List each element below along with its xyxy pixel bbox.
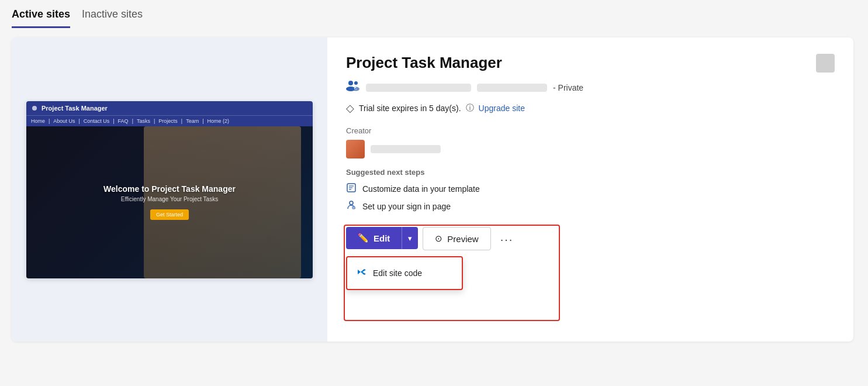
dropdown-edit-site-code[interactable]: Edit site code: [347, 261, 462, 285]
page-container: Active sites Inactive sites Project Task…: [0, 0, 868, 386]
edit-dropdown-chevron[interactable]: ▾: [402, 227, 418, 249]
suggested-item-signin: Set up your sign in page: [346, 200, 835, 213]
more-options-button[interactable]: ···: [496, 227, 518, 252]
nav-tasks[interactable]: Tasks: [137, 118, 150, 124]
preview-button[interactable]: ⊙ Preview: [423, 227, 490, 250]
svg-point-1: [354, 81, 358, 85]
vscode-icon: [357, 267, 367, 280]
tab-inactive-sites[interactable]: Inactive sites: [82, 8, 143, 28]
svg-point-0: [348, 81, 353, 85]
customize-text: Customize data in your template: [362, 184, 480, 194]
nav-team[interactable]: Team: [186, 118, 199, 124]
edit-pencil-icon: ✏️: [358, 233, 369, 243]
user-info-blurred-2: [477, 84, 547, 92]
browser-mockup: Project Task Manager Home | About Us | C…: [26, 101, 313, 278]
tab-active-sites[interactable]: Active sites: [12, 8, 70, 28]
site-details: Project Task Manager: [327, 37, 853, 342]
svg-point-9: [350, 201, 353, 205]
users-icon: [346, 80, 360, 95]
upgrade-link[interactable]: Upgrade site: [479, 104, 525, 113]
content-area: Project Task Manager Home | About Us | C…: [0, 28, 868, 353]
actions-row: ✏️ Edit ▾ ⊙ Preview ···: [346, 227, 835, 252]
hero-subtitle: Efficiently Manage Your Project Tasks: [103, 196, 236, 202]
site-card: Project Task Manager Home | About Us | C…: [12, 37, 853, 342]
hero-cta-button[interactable]: Get Started: [150, 209, 189, 220]
customize-icon: [346, 182, 357, 195]
visibility-label: - Private: [553, 83, 583, 92]
edit-site-code-label: Edit site code: [373, 268, 422, 278]
trial-row: ◇ Trial site expires in 5 day(s). ⓘ Upgr…: [346, 102, 835, 115]
browser-nav: Home | About Us | Contact Us | FAQ | Tas…: [26, 115, 313, 126]
tab-inactive-label: Inactive sites: [82, 8, 143, 20]
signin-text: Set up your sign in page: [362, 202, 451, 211]
creator-avatar: [346, 140, 365, 158]
nav-faq[interactable]: FAQ: [118, 118, 129, 124]
creator-section: Creator: [346, 126, 835, 158]
suggested-item-customize: Customize data in your template: [346, 182, 835, 195]
chevron-down-icon: ▾: [408, 234, 412, 243]
suggested-title: Suggested next steps: [346, 168, 835, 177]
more-options-placeholder: [816, 54, 835, 73]
hero-content: Welcome to Project Task Manager Efficien…: [92, 173, 247, 232]
nav-home[interactable]: Home: [31, 118, 45, 124]
creator-label: Creator: [346, 126, 835, 135]
info-icon[interactable]: ⓘ: [466, 103, 474, 113]
hero-title: Welcome to Project Task Manager: [103, 184, 236, 194]
dropdown-menu: Edit site code: [346, 256, 463, 290]
preview-eye-icon: ⊙: [435, 233, 442, 244]
nav-home2[interactable]: Home (2): [208, 118, 230, 124]
browser-bar: Project Task Manager: [26, 101, 313, 115]
browser-dot: [32, 106, 37, 111]
tab-active-label: Active sites: [12, 8, 70, 20]
browser-site-title: Project Task Manager: [42, 105, 108, 112]
edit-button-group: ✏️ Edit ▾: [346, 227, 418, 249]
creator-row: [346, 140, 835, 158]
nav-about[interactable]: About Us: [53, 118, 75, 124]
site-preview: Project Task Manager Home | About Us | C…: [12, 37, 327, 342]
site-title: Project Task Manager: [346, 54, 835, 72]
edit-label: Edit: [374, 233, 390, 243]
nav-projects[interactable]: Projects: [158, 118, 178, 124]
tabs-header: Active sites Inactive sites: [0, 0, 868, 28]
creator-name-blurred: [371, 145, 441, 153]
user-info-blurred: [366, 84, 471, 92]
diamond-icon: ◇: [346, 102, 354, 115]
preview-label: Preview: [447, 234, 478, 244]
suggested-section: Suggested next steps Customize data in y…: [346, 168, 835, 213]
browser-hero: Welcome to Project Task Manager Efficien…: [26, 126, 313, 278]
edit-button[interactable]: ✏️ Edit: [346, 227, 402, 249]
signin-icon: [346, 200, 357, 213]
trial-text: Trial site expires in 5 day(s).: [359, 104, 461, 113]
site-meta-row: - Private: [346, 80, 835, 95]
nav-contact[interactable]: Contact Us: [84, 118, 110, 124]
